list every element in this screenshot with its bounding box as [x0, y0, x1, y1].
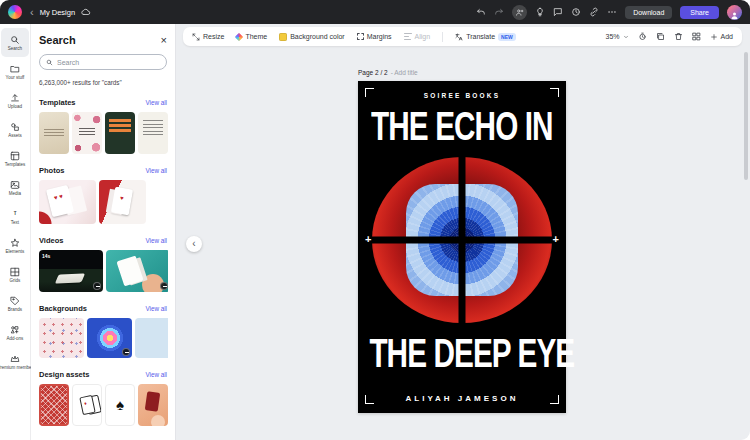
- design-page[interactable]: SOIREE BOOKS THE ECHO IN + + THE DEEP EY…: [358, 81, 566, 413]
- cover-author-text[interactable]: ALIYAH JAMESON: [358, 394, 566, 403]
- translate-button[interactable]: Translate NEW: [455, 33, 516, 41]
- background-thumbnail-1[interactable]: [39, 318, 84, 358]
- background-color-swatch: [279, 33, 287, 41]
- topbar-left: ‹ My Design: [8, 5, 91, 19]
- results-count: 6,263,000+ results for "cards": [39, 79, 167, 86]
- search-panel: Search × 6,263,000+ results for "cards" …: [31, 24, 176, 440]
- background-thumbnail-2[interactable]: [87, 318, 132, 358]
- folder-icon: [10, 64, 20, 74]
- eye-artwork[interactable]: + +: [358, 155, 566, 325]
- resize-button[interactable]: Resize: [192, 33, 224, 41]
- sidebar-item-search[interactable]: Search: [1, 28, 29, 57]
- person-icon: [730, 11, 739, 20]
- background-color-button[interactable]: Background color: [279, 33, 344, 41]
- section-title: Photos: [39, 166, 64, 175]
- collapse-panel-button[interactable]: ‹: [186, 236, 202, 252]
- design-asset-thumbnail-1[interactable]: [39, 384, 69, 426]
- template-thumbnail-1[interactable]: [39, 112, 69, 154]
- timer-icon[interactable]: [638, 32, 647, 41]
- plus-mark-right: +: [553, 233, 559, 245]
- align-icon: [404, 33, 412, 40]
- template-thumbnail-4[interactable]: [138, 112, 168, 154]
- view-all-design-assets[interactable]: View all: [145, 371, 167, 378]
- view-all-templates[interactable]: View all: [145, 99, 167, 106]
- left-rail: Search Your stuff Upload Assets Template…: [0, 24, 31, 440]
- trash-icon[interactable]: [674, 32, 683, 41]
- grid-cross-horizontal: [358, 237, 566, 244]
- grid-view-icon[interactable]: [692, 32, 701, 41]
- video-thumbnail-1[interactable]: 14s: [39, 250, 103, 292]
- history-clock-icon[interactable]: [571, 7, 581, 17]
- page-label[interactable]: Page 2 / 2 - Add title: [358, 69, 418, 76]
- search-input[interactable]: [57, 59, 160, 66]
- section-title: Backgrounds: [39, 304, 87, 313]
- more-options-icon[interactable]: [607, 7, 617, 17]
- sidebar-item-elements[interactable]: Elements: [1, 231, 29, 260]
- cover-title-line2[interactable]: THE DEEP EYE: [358, 332, 566, 365]
- user-avatar[interactable]: [727, 5, 742, 20]
- theme-icon: [235, 32, 243, 40]
- sidebar-item-media[interactable]: Media: [1, 173, 29, 202]
- back-chevron-icon[interactable]: ‹: [30, 7, 34, 18]
- sidebar-item-your-stuff[interactable]: Your stuff: [1, 57, 29, 86]
- download-button[interactable]: Download: [625, 6, 672, 19]
- align-button[interactable]: Align: [404, 33, 431, 40]
- view-all-backgrounds[interactable]: View all: [145, 305, 167, 312]
- sidebar-item-premium[interactable]: Premium member: [1, 347, 29, 376]
- design-asset-thumbnail-2[interactable]: [72, 384, 102, 426]
- duplicate-page-icon[interactable]: [656, 32, 665, 41]
- plus-icon: [710, 33, 718, 41]
- section-title: Videos: [39, 236, 63, 245]
- add-title-hint[interactable]: - Add title: [391, 69, 418, 76]
- crown-icon: [10, 354, 20, 364]
- view-all-photos[interactable]: View all: [145, 167, 167, 174]
- text-icon: T: [14, 209, 17, 219]
- sidebar-item-upload[interactable]: Upload: [1, 86, 29, 115]
- scrollbar[interactable]: [744, 52, 748, 180]
- design-asset-thumbnail-3[interactable]: [105, 384, 135, 426]
- section-backgrounds: Backgrounds View all: [39, 304, 167, 358]
- sidebar-item-brands[interactable]: Brands: [1, 289, 29, 318]
- design-asset-thumbnail-4[interactable]: [138, 384, 168, 426]
- pro-badge-icon: [93, 282, 101, 290]
- zoom-control[interactable]: 35%: [606, 33, 629, 40]
- photo-thumbnail-2[interactable]: [99, 180, 146, 224]
- section-title: Templates: [39, 98, 76, 107]
- chevron-down-icon: [623, 34, 629, 40]
- undo-icon[interactable]: [476, 7, 486, 17]
- bulb-icon[interactable]: [535, 7, 545, 17]
- add-page-button[interactable]: Add: [710, 33, 733, 41]
- view-all-videos[interactable]: View all: [145, 237, 167, 244]
- sidebar-item-assets[interactable]: Assets: [1, 115, 29, 144]
- margins-button[interactable]: Margins: [357, 33, 392, 40]
- theme-button[interactable]: Theme: [236, 33, 267, 40]
- template-thumbnail-3[interactable]: [105, 112, 135, 154]
- resize-icon: [192, 33, 200, 41]
- share-button[interactable]: Share: [680, 6, 719, 19]
- canvas-workspace: Resize Theme Background color Margins Al…: [176, 24, 750, 440]
- template-thumbnail-2[interactable]: [72, 112, 102, 154]
- section-photos: Photos View all: [39, 166, 167, 224]
- sidebar-item-text[interactable]: T Text: [1, 202, 29, 231]
- section-templates: Templates View all: [39, 98, 167, 154]
- sidebar-item-add-ons[interactable]: Add-ons: [1, 318, 29, 347]
- document-title[interactable]: My Design: [40, 8, 75, 17]
- video-thumbnail-2[interactable]: [106, 250, 168, 292]
- brand-tag-icon: [10, 296, 20, 306]
- panel-header: Search ×: [39, 34, 167, 46]
- background-thumbnail-3[interactable]: [135, 318, 168, 358]
- sidebar-item-grids[interactable]: Grids: [1, 260, 29, 289]
- close-icon[interactable]: ×: [161, 35, 167, 46]
- cover-publisher-text[interactable]: SOIREE BOOKS: [358, 92, 566, 99]
- invite-people-icon[interactable]: [512, 5, 527, 20]
- search-box[interactable]: [39, 54, 167, 70]
- sidebar-item-templates[interactable]: Templates: [1, 144, 29, 173]
- photo-thumbnail-1[interactable]: [39, 180, 96, 224]
- canva-logo-icon[interactable]: [8, 5, 22, 19]
- redo-icon[interactable]: [494, 7, 504, 17]
- cover-title-line1[interactable]: THE ECHO IN: [358, 105, 566, 138]
- section-videos: Videos View all 14s: [39, 236, 167, 292]
- new-badge: NEW: [498, 33, 516, 41]
- comments-icon[interactable]: [553, 7, 563, 17]
- link-icon[interactable]: [589, 7, 599, 17]
